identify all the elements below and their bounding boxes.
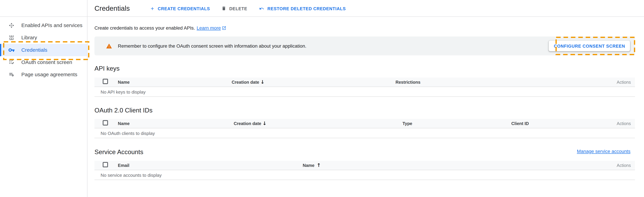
restore-deleted-credentials-button[interactable]: RESTORE DELETED CREDENTIALS: [259, 6, 346, 11]
sidebar-nav: Enabled APIs and services Library Creden…: [0, 17, 87, 197]
library-icon: [8, 35, 15, 41]
consent-screen-icon: [8, 59, 15, 65]
column-header-actions: Actions: [617, 78, 631, 87]
sidebar-divider: [87, 0, 88, 197]
intro-text: Create credentials to access your enable…: [94, 25, 195, 30]
trash-icon: [222, 6, 226, 11]
banner-message: Remember to configure the OAuth consent …: [118, 36, 306, 55]
sidebar-item-library[interactable]: Library: [0, 32, 87, 44]
column-header-type: Type: [402, 119, 412, 128]
column-header-name: Name: [118, 119, 130, 128]
create-credentials-button[interactable]: CREATE CREDENTIALS: [150, 6, 210, 11]
column-header-creation-date[interactable]: Creation date: [232, 78, 259, 87]
create-credentials-label: CREATE CREDENTIALS: [158, 6, 210, 11]
column-header-actions: Actions: [617, 119, 631, 128]
select-all-checkbox[interactable]: [103, 162, 108, 167]
column-header-client-id: Client ID: [511, 119, 529, 128]
select-all-checkbox[interactable]: [103, 120, 108, 125]
service-accounts-table-header: Email Name ↑ Actions: [94, 161, 635, 170]
undo-icon: [259, 6, 264, 11]
api-keys-table-header: Name Creation date ↓ Restrictions Action…: [94, 78, 635, 87]
api-keys-section-title: API keys: [94, 65, 120, 72]
sort-desc-icon[interactable]: ↓: [260, 78, 264, 87]
api-keys-empty-state: No API keys to display: [94, 87, 635, 97]
sidebar-item-oauth-consent-screen[interactable]: OAuth consent screen: [0, 56, 87, 68]
column-header-email: Email: [118, 161, 130, 170]
column-header-name[interactable]: Name: [303, 161, 314, 170]
selected-indicator-bar: [0, 44, 1, 56]
external-link-icon: [222, 26, 226, 30]
key-icon: [8, 47, 15, 53]
sidebar-item-page-usage-agreements[interactable]: Page usage agreements: [0, 69, 87, 81]
sidebar-item-label: OAuth consent screen: [21, 59, 72, 65]
sidebar-item-enabled-apis[interactable]: Enabled APIs and services: [0, 19, 87, 31]
restore-label: RESTORE DELETED CREDENTIALS: [267, 6, 346, 11]
column-header-name: Name: [118, 78, 130, 87]
column-header-creation-date[interactable]: Creation date: [234, 119, 261, 128]
column-header-actions: Actions: [617, 161, 631, 170]
sidebar-item-label: Page usage agreements: [21, 72, 77, 78]
oauth-clients-section-title: OAuth 2.0 Client IDs: [94, 107, 152, 114]
oauth-clients-empty-state: No OAuth clients to display: [94, 129, 635, 138]
page-header: Credentials CREATE CREDENTIALS DELETE RE…: [88, 0, 644, 17]
learn-more-link[interactable]: Learn more: [196, 25, 226, 30]
agreements-icon: [8, 72, 15, 78]
configure-consent-screen-button[interactable]: CONFIGURE CONSENT SCREEN: [549, 41, 630, 51]
learn-more-label: Learn more: [196, 25, 221, 30]
plus-icon: [150, 6, 155, 11]
oauth-consent-warning-banner: Remember to configure the OAuth consent …: [94, 36, 635, 55]
warning-icon: [106, 43, 112, 49]
page-title: Credentials: [94, 4, 130, 12]
sort-desc-icon[interactable]: ↓: [262, 119, 266, 128]
oauth-clients-table-header: Name Creation date ↓ Type Client ID Acti…: [94, 119, 635, 128]
column-header-restrictions: Restrictions: [396, 78, 420, 87]
manage-service-accounts-link[interactable]: Manage service accounts: [94, 149, 630, 154]
sidebar-item-label: Enabled APIs and services: [21, 23, 82, 28]
sidebar-item-label: Credentials: [21, 47, 47, 53]
sort-asc-icon[interactable]: ↑: [317, 161, 321, 170]
sidebar-item-label: Library: [21, 35, 37, 41]
intro-line: Create credentials to access your enable…: [94, 25, 226, 30]
sidebar-item-credentials[interactable]: Credentials: [0, 44, 87, 56]
delete-button[interactable]: DELETE: [222, 6, 247, 11]
enabled-apis-icon: [8, 23, 15, 28]
select-all-checkbox[interactable]: [103, 79, 108, 84]
apis-and-services-page: API APIs and services Credentials CREATE…: [0, 0, 644, 197]
delete-label: DELETE: [229, 6, 248, 11]
service-accounts-empty-state: No service accounts to display: [94, 171, 635, 180]
